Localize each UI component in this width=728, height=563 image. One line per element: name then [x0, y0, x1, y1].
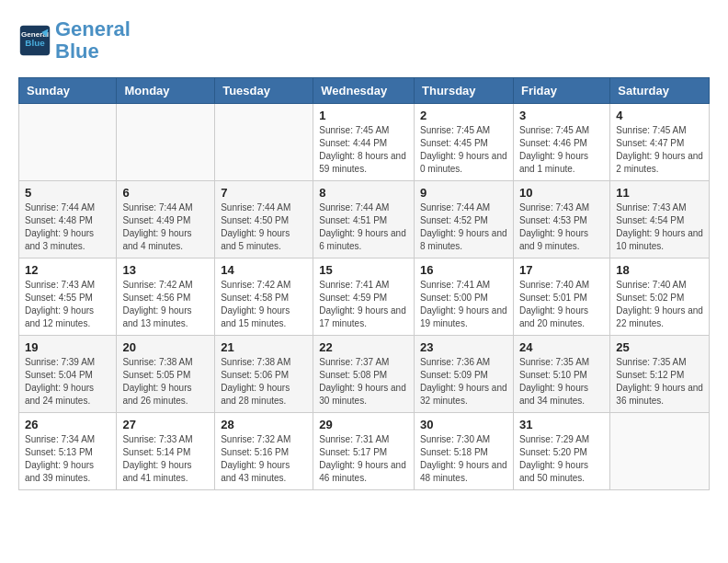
day-number: 4: [616, 109, 703, 122]
calendar-cell: 15Sunrise: 7:41 AM Sunset: 4:59 PM Dayli…: [313, 259, 415, 336]
day-number: 27: [122, 418, 209, 431]
day-info: Sunrise: 7:43 AM Sunset: 4:54 PM Dayligh…: [616, 201, 703, 253]
calendar-cell: 30Sunrise: 7:30 AM Sunset: 5:18 PM Dayli…: [415, 413, 514, 490]
day-info: Sunrise: 7:45 AM Sunset: 4:47 PM Dayligh…: [616, 124, 703, 176]
day-number: 6: [122, 186, 209, 200]
calendar-cell: [610, 413, 710, 490]
day-info: Sunrise: 7:44 AM Sunset: 4:50 PM Dayligh…: [221, 201, 307, 253]
day-info: Sunrise: 7:44 AM Sunset: 4:49 PM Dayligh…: [122, 201, 209, 253]
calendar-cell: [215, 104, 313, 181]
weekday-header-tuesday: Tuesday: [215, 78, 313, 104]
calendar-cell: 13Sunrise: 7:42 AM Sunset: 4:56 PM Dayli…: [117, 259, 215, 336]
day-number: 17: [519, 263, 604, 277]
calendar-week-row: 26Sunrise: 7:34 AM Sunset: 5:13 PM Dayli…: [19, 413, 710, 490]
day-number: 25: [616, 340, 703, 354]
calendar-cell: 12Sunrise: 7:43 AM Sunset: 4:55 PM Dayli…: [19, 259, 117, 336]
day-number: 24: [519, 340, 604, 354]
calendar-cell: 29Sunrise: 7:31 AM Sunset: 5:17 PM Dayli…: [313, 413, 415, 490]
day-info: Sunrise: 7:39 AM Sunset: 5:04 PM Dayligh…: [25, 356, 110, 408]
day-info: Sunrise: 7:40 AM Sunset: 5:01 PM Dayligh…: [519, 279, 604, 330]
calendar-cell: 9Sunrise: 7:44 AM Sunset: 4:52 PM Daylig…: [415, 181, 514, 259]
day-info: Sunrise: 7:36 AM Sunset: 5:09 PM Dayligh…: [420, 356, 507, 408]
weekday-header-friday: Friday: [513, 78, 609, 104]
calendar-cell: 6Sunrise: 7:44 AM Sunset: 4:49 PM Daylig…: [117, 181, 215, 259]
day-info: Sunrise: 7:41 AM Sunset: 4:59 PM Dayligh…: [319, 279, 408, 330]
weekday-header-sunday: Sunday: [19, 78, 117, 104]
calendar-cell: 4Sunrise: 7:45 AM Sunset: 4:47 PM Daylig…: [610, 104, 710, 181]
calendar-cell: 24Sunrise: 7:35 AM Sunset: 5:10 PM Dayli…: [513, 336, 609, 413]
day-number: 3: [519, 109, 604, 122]
day-info: Sunrise: 7:35 AM Sunset: 5:12 PM Dayligh…: [616, 356, 703, 408]
weekday-header-monday: Monday: [117, 78, 215, 104]
calendar-cell: 3Sunrise: 7:45 AM Sunset: 4:46 PM Daylig…: [513, 104, 609, 181]
day-number: 29: [319, 418, 408, 431]
day-info: Sunrise: 7:44 AM Sunset: 4:48 PM Dayligh…: [25, 201, 110, 253]
day-number: 23: [420, 340, 507, 354]
calendar-cell: 18Sunrise: 7:40 AM Sunset: 5:02 PM Dayli…: [610, 259, 710, 336]
calendar-cell: 5Sunrise: 7:44 AM Sunset: 4:48 PM Daylig…: [19, 181, 117, 259]
day-number: 11: [616, 186, 703, 200]
day-info: Sunrise: 7:34 AM Sunset: 5:13 PM Dayligh…: [25, 433, 110, 485]
calendar-cell: 27Sunrise: 7:33 AM Sunset: 5:14 PM Dayli…: [117, 413, 215, 490]
day-number: 14: [221, 263, 307, 277]
calendar-week-row: 12Sunrise: 7:43 AM Sunset: 4:55 PM Dayli…: [19, 259, 710, 336]
day-number: 16: [420, 263, 507, 277]
day-info: Sunrise: 7:30 AM Sunset: 5:18 PM Dayligh…: [420, 433, 507, 485]
day-info: Sunrise: 7:42 AM Sunset: 4:58 PM Dayligh…: [221, 279, 307, 330]
day-number: 21: [221, 340, 307, 354]
day-number: 18: [616, 263, 703, 277]
calendar-week-row: 5Sunrise: 7:44 AM Sunset: 4:48 PM Daylig…: [19, 181, 710, 259]
page-header: General Blue GeneralBlue: [18, 18, 710, 63]
day-number: 28: [221, 418, 307, 431]
day-info: Sunrise: 7:41 AM Sunset: 5:00 PM Dayligh…: [420, 279, 507, 330]
day-number: 2: [420, 109, 507, 122]
day-info: Sunrise: 7:29 AM Sunset: 5:20 PM Dayligh…: [519, 433, 604, 485]
calendar-week-row: 1Sunrise: 7:45 AM Sunset: 4:44 PM Daylig…: [19, 104, 710, 181]
day-info: Sunrise: 7:38 AM Sunset: 5:06 PM Dayligh…: [221, 356, 307, 408]
day-info: Sunrise: 7:42 AM Sunset: 4:56 PM Dayligh…: [122, 279, 209, 330]
logo: General Blue GeneralBlue: [18, 18, 131, 63]
weekday-header-wednesday: Wednesday: [313, 78, 415, 104]
calendar-cell: 25Sunrise: 7:35 AM Sunset: 5:12 PM Dayli…: [610, 336, 710, 413]
calendar-cell: 19Sunrise: 7:39 AM Sunset: 5:04 PM Dayli…: [19, 336, 117, 413]
calendar-cell: 8Sunrise: 7:44 AM Sunset: 4:51 PM Daylig…: [313, 181, 415, 259]
day-info: Sunrise: 7:33 AM Sunset: 5:14 PM Dayligh…: [122, 433, 209, 485]
calendar-cell: 31Sunrise: 7:29 AM Sunset: 5:20 PM Dayli…: [513, 413, 609, 490]
calendar-header-row: SundayMondayTuesdayWednesdayThursdayFrid…: [19, 78, 710, 104]
calendar-cell: 16Sunrise: 7:41 AM Sunset: 5:00 PM Dayli…: [415, 259, 514, 336]
day-info: Sunrise: 7:32 AM Sunset: 5:16 PM Dayligh…: [221, 433, 307, 485]
calendar-table: SundayMondayTuesdayWednesdayThursdayFrid…: [18, 77, 710, 490]
calendar-cell: 14Sunrise: 7:42 AM Sunset: 4:58 PM Dayli…: [215, 259, 313, 336]
day-info: Sunrise: 7:45 AM Sunset: 4:46 PM Dayligh…: [519, 124, 604, 176]
calendar-cell: [19, 104, 117, 181]
calendar-cell: 26Sunrise: 7:34 AM Sunset: 5:13 PM Dayli…: [19, 413, 117, 490]
day-number: 5: [25, 186, 110, 200]
weekday-header-thursday: Thursday: [415, 78, 514, 104]
calendar-cell: 17Sunrise: 7:40 AM Sunset: 5:01 PM Dayli…: [513, 259, 609, 336]
calendar-cell: [117, 104, 215, 181]
day-number: 15: [319, 263, 408, 277]
calendar-cell: 21Sunrise: 7:38 AM Sunset: 5:06 PM Dayli…: [215, 336, 313, 413]
day-number: 20: [122, 340, 209, 354]
day-number: 12: [25, 263, 110, 277]
calendar-cell: 2Sunrise: 7:45 AM Sunset: 4:45 PM Daylig…: [415, 104, 514, 181]
svg-text:Blue: Blue: [25, 38, 45, 48]
calendar-cell: 23Sunrise: 7:36 AM Sunset: 5:09 PM Dayli…: [415, 336, 514, 413]
day-number: 31: [519, 418, 604, 431]
calendar-cell: 20Sunrise: 7:38 AM Sunset: 5:05 PM Dayli…: [117, 336, 215, 413]
calendar-week-row: 19Sunrise: 7:39 AM Sunset: 5:04 PM Dayli…: [19, 336, 710, 413]
logo-icon: General Blue: [18, 24, 51, 57]
day-number: 13: [122, 263, 209, 277]
day-number: 10: [519, 186, 604, 200]
day-info: Sunrise: 7:38 AM Sunset: 5:05 PM Dayligh…: [122, 356, 209, 408]
day-info: Sunrise: 7:44 AM Sunset: 4:51 PM Dayligh…: [319, 201, 408, 253]
day-number: 1: [319, 109, 408, 122]
day-number: 30: [420, 418, 507, 431]
day-info: Sunrise: 7:37 AM Sunset: 5:08 PM Dayligh…: [319, 356, 408, 408]
day-number: 26: [25, 418, 110, 431]
calendar-cell: 10Sunrise: 7:43 AM Sunset: 4:53 PM Dayli…: [513, 181, 609, 259]
day-info: Sunrise: 7:31 AM Sunset: 5:17 PM Dayligh…: [319, 433, 408, 485]
calendar-cell: 1Sunrise: 7:45 AM Sunset: 4:44 PM Daylig…: [313, 104, 415, 181]
day-info: Sunrise: 7:44 AM Sunset: 4:52 PM Dayligh…: [420, 201, 507, 253]
day-number: 19: [25, 340, 110, 354]
